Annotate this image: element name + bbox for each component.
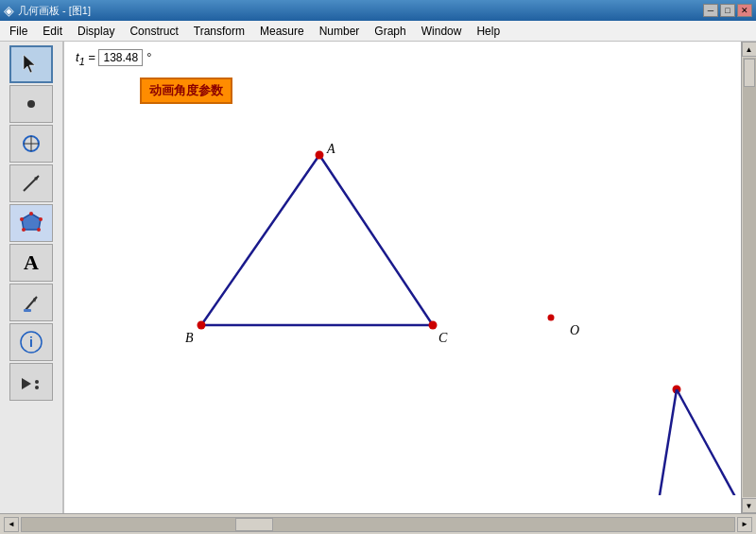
label-O: O: [570, 323, 579, 337]
geometry-canvas[interactable]: A B C O: [64, 42, 741, 495]
svg-point-11: [22, 228, 26, 232]
menu-measure[interactable]: Measure: [252, 23, 312, 40]
svg-marker-6: [34, 176, 39, 181]
bottom-bar: ◄ ►: [0, 513, 756, 534]
main-layout: A i t1 = 138.48: [0, 42, 756, 513]
custom-tool[interactable]: [9, 363, 53, 401]
triangle-abc: [201, 155, 433, 325]
label-B: B: [185, 331, 194, 345]
menu-number[interactable]: Number: [312, 23, 368, 40]
point-tool[interactable]: [9, 85, 53, 123]
label-A: A: [326, 142, 335, 156]
scroll-down-button[interactable]: ▼: [742, 498, 757, 513]
text-tool[interactable]: A: [9, 244, 53, 282]
svg-point-1: [27, 100, 35, 108]
line-tool[interactable]: [9, 164, 53, 202]
svg-point-10: [37, 228, 41, 232]
select-tool[interactable]: [9, 45, 53, 83]
menu-transform[interactable]: Transform: [186, 23, 252, 40]
svg-text:i: i: [29, 335, 33, 350]
bottom-thumb[interactable]: [235, 518, 273, 531]
window-controls: ─ □ ✕: [703, 4, 752, 17]
canvas-area[interactable]: t1 = 138.48 ° 动画角度参数 A B C O: [64, 42, 741, 513]
bottom-scrollbar[interactable]: [21, 517, 735, 532]
toolbar: A i: [0, 42, 64, 513]
svg-marker-0: [24, 55, 35, 73]
app-icon: ◈: [4, 3, 14, 18]
point-O-dot[interactable]: [548, 315, 555, 321]
polygon-tool[interactable]: [9, 204, 53, 242]
scroll-right-button[interactable]: ►: [737, 517, 752, 532]
menu-construct[interactable]: Construct: [122, 23, 185, 40]
menu-bar: File Edit Display Construct Transform Me…: [0, 21, 756, 42]
svg-rect-15: [24, 309, 31, 312]
svg-point-16: [21, 332, 42, 353]
scroll-up-button[interactable]: ▲: [742, 42, 757, 57]
label-C: C: [438, 331, 448, 345]
right-scrollbar[interactable]: ▲ ▼: [741, 42, 756, 513]
svg-point-2: [24, 136, 39, 151]
svg-line-13: [26, 297, 37, 310]
title-bar: ◈ 几何画板 - [图1] ─ □ ✕: [0, 0, 756, 21]
triangle2-right-side: [677, 389, 741, 495]
svg-marker-18: [22, 378, 31, 389]
menu-edit[interactable]: Edit: [35, 23, 70, 40]
point-A[interactable]: [316, 151, 324, 160]
menu-help[interactable]: Help: [469, 23, 507, 40]
menu-display[interactable]: Display: [70, 23, 122, 40]
menu-file[interactable]: File: [2, 23, 35, 40]
title-text: 几何画板 - [图1]: [18, 4, 703, 18]
menu-window[interactable]: Window: [414, 23, 470, 40]
info-tool[interactable]: i: [9, 323, 53, 361]
pen-tool[interactable]: [9, 284, 53, 321]
svg-point-9: [39, 217, 43, 221]
svg-point-20: [35, 386, 39, 389]
scroll-track[interactable]: [743, 58, 756, 497]
point-B[interactable]: [198, 321, 206, 330]
maximize-button[interactable]: □: [720, 4, 735, 17]
menu-graph[interactable]: Graph: [367, 23, 413, 40]
svg-point-19: [35, 380, 39, 384]
svg-marker-7: [22, 214, 41, 230]
point-C[interactable]: [429, 321, 438, 330]
minimize-button[interactable]: ─: [703, 4, 718, 17]
close-button[interactable]: ✕: [737, 4, 752, 17]
scroll-left-button[interactable]: ◄: [4, 517, 19, 532]
scroll-thumb[interactable]: [744, 59, 755, 87]
svg-line-5: [24, 176, 39, 191]
triangle2-left-side: [652, 389, 677, 495]
svg-point-12: [20, 217, 24, 221]
compass-tool[interactable]: [9, 125, 53, 163]
svg-point-8: [29, 212, 33, 215]
svg-marker-14: [33, 297, 37, 302]
